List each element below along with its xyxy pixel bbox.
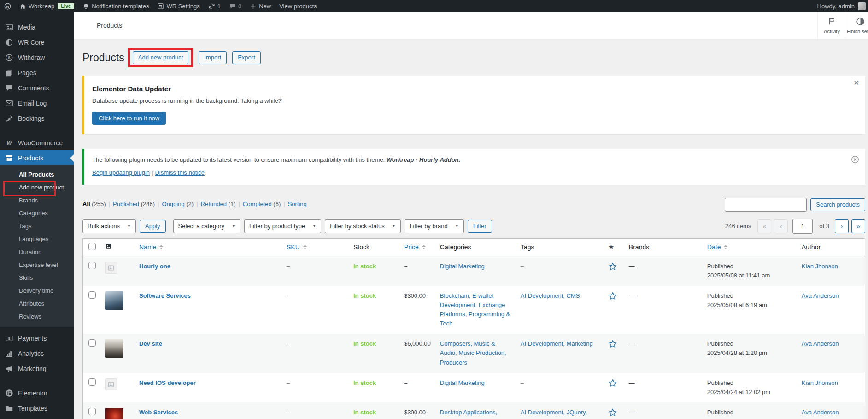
search-products-button[interactable]: Search products	[810, 198, 865, 211]
current-page-input[interactable]	[792, 219, 813, 234]
row-checkbox[interactable]	[88, 339, 96, 347]
sidebar-subitem-add-new-product[interactable]: Add new product	[0, 181, 74, 194]
category-links[interactable]: Digital Marketing	[440, 263, 485, 270]
sidebar-subitem-all-products[interactable]: All Products	[0, 168, 74, 181]
next-page-button[interactable]: ›	[835, 219, 849, 233]
activity-tab[interactable]: Activity	[817, 12, 846, 39]
updates-menu[interactable]: 1	[204, 0, 225, 12]
product-name-link[interactable]: Need IOS developer	[139, 379, 196, 386]
sidebar-subitem-skills[interactable]: Skills	[0, 271, 74, 284]
featured-star-icon[interactable]	[608, 266, 617, 272]
sort-by-name[interactable]: Name	[139, 243, 163, 251]
row-checkbox[interactable]	[88, 378, 96, 386]
row-checkbox[interactable]	[88, 262, 96, 269]
add-new-product-button[interactable]: Add new product	[133, 51, 189, 64]
sidebar-subitem-reviews[interactable]: Reviews	[0, 310, 74, 323]
sidebar-item-partial[interactable]	[0, 12, 74, 19]
brand-filter-select[interactable]: Filter by brand▼	[405, 219, 464, 233]
product-thumbnail-placeholder[interactable]	[105, 378, 117, 390]
product-thumbnail-placeholder[interactable]	[105, 262, 117, 274]
featured-star-icon[interactable]	[608, 382, 617, 389]
category-links[interactable]: Composers, Music & Audio, Music Producti…	[440, 340, 506, 366]
sort-by-sku[interactable]: SKU	[287, 243, 307, 251]
sidebar-item-analytics[interactable]: Analytics	[0, 346, 74, 361]
tag-links[interactable]: AI Development, CMS	[521, 292, 580, 299]
view-products-menu[interactable]: View products	[275, 0, 321, 12]
tag-links[interactable]: AI Development, Marketing	[521, 340, 593, 347]
view-ongoing[interactable]: Ongoing (2)	[162, 201, 194, 207]
comments-menu[interactable]: 0	[225, 0, 246, 12]
view-all[interactable]: All (255)	[82, 201, 106, 207]
wordpress-logo-icon[interactable]: W	[0, 0, 15, 12]
product-name-link[interactable]: Dev site	[139, 340, 162, 347]
sidebar-subitem-tags[interactable]: Tags	[0, 220, 74, 233]
featured-star-icon[interactable]	[608, 295, 617, 302]
sidebar-item-payments[interactable]: $Payments	[0, 330, 74, 346]
sidebar-subitem-duration[interactable]: Duration	[0, 246, 74, 259]
author-link[interactable]: Kian Jhonson	[802, 379, 838, 386]
last-page-button[interactable]: »	[851, 219, 865, 233]
select-all-checkbox[interactable]	[88, 243, 96, 250]
begin-updating-plugin-link[interactable]: Begin updating plugin	[92, 169, 150, 176]
author-link[interactable]: Ava Anderson	[802, 409, 839, 416]
row-checkbox[interactable]	[88, 408, 96, 415]
dismiss-notice-link[interactable]: Dismiss this notice	[155, 169, 205, 176]
sort-by-price[interactable]: Price	[404, 243, 426, 251]
sidebar-item-woocommerce[interactable]: WWooCommerce	[0, 135, 74, 150]
product-thumbnail[interactable]	[105, 291, 123, 310]
sidebar-item-email-log[interactable]: Email Log	[0, 95, 74, 111]
view-published[interactable]: Published (246)	[113, 201, 155, 207]
sidebar-item-marketing[interactable]: Marketing	[0, 361, 74, 376]
product-name-link[interactable]: Hourly one	[139, 263, 170, 270]
product-type-filter-select[interactable]: Filter by product type▼	[244, 219, 321, 233]
import-button[interactable]: Import	[199, 51, 227, 64]
view-completed[interactable]: Completed (6)	[243, 201, 281, 207]
product-thumbnail[interactable]	[105, 339, 123, 358]
howdy-menu[interactable]: Howdy, admin	[817, 3, 855, 10]
avatar[interactable]	[858, 2, 866, 10]
author-link[interactable]: Kian Jhonson	[802, 263, 838, 270]
product-thumbnail[interactable]	[105, 408, 123, 419]
view-sorting[interactable]: Sorting	[288, 201, 307, 207]
search-input[interactable]	[725, 198, 807, 212]
author-link[interactable]: Ava Anderson	[802, 292, 839, 299]
sidebar-item-comments[interactable]: Comments	[0, 80, 74, 95]
new-menu[interactable]: New	[246, 0, 275, 12]
sidebar-item-templates[interactable]: Templates	[0, 401, 74, 416]
product-name-link[interactable]: Web Services	[139, 409, 178, 416]
sidebar-subitem-expertise-level[interactable]: Expertise level	[0, 259, 74, 271]
run-updater-button[interactable]: Click here to run it now	[92, 112, 166, 125]
sidebar-subitem-languages[interactable]: Languages	[0, 233, 74, 246]
category-links[interactable]: Digital Marketing	[440, 379, 485, 386]
sidebar-item-media[interactable]: Media	[0, 19, 74, 35]
apply-button[interactable]: Apply	[140, 220, 166, 233]
finish-setup-tab[interactable]: Finish setup	[846, 12, 868, 39]
category-links[interactable]: Desktop Applications, Programming & Tech…	[440, 409, 502, 419]
export-button[interactable]: Export	[232, 51, 261, 64]
filter-button[interactable]: Filter	[468, 220, 492, 233]
sidebar-subitem-delivery-time[interactable]: Delivery time	[0, 284, 74, 297]
featured-star-icon[interactable]	[608, 412, 617, 419]
row-checkbox[interactable]	[88, 291, 96, 299]
first-page-button[interactable]: «	[757, 219, 771, 233]
sidebar-item-pages[interactable]: Pages	[0, 65, 74, 80]
notification-templates-menu[interactable]: Notification templates	[78, 0, 153, 12]
sidebar-item-products[interactable]: Products	[0, 150, 74, 165]
sidebar-subitem-attributes[interactable]: Attributes	[0, 297, 74, 310]
prev-page-button[interactable]: ‹	[774, 219, 788, 233]
author-link[interactable]: Ava Anderson	[802, 340, 839, 347]
category-links[interactable]: Blockchain, E-wallet Development, Exchan…	[440, 292, 510, 327]
wr-settings-menu[interactable]: WR Settings	[153, 0, 204, 12]
stock-status-filter-select[interactable]: Filter by stock status▼	[325, 219, 400, 233]
featured-star-icon[interactable]	[608, 343, 617, 350]
sidebar-item-bookings[interactable]: Bookings	[0, 111, 74, 126]
sidebar-item-withdraw[interactable]: $Withdraw	[0, 50, 74, 65]
sidebar-subitem-categories[interactable]: Categories	[0, 207, 74, 220]
dismiss-circle-icon[interactable]	[851, 155, 859, 165]
bulk-actions-select[interactable]: Bulk actions▼	[82, 219, 136, 233]
sidebar-item-wr-core[interactable]: WR Core	[0, 35, 74, 50]
product-name-link[interactable]: Software Services	[139, 292, 191, 299]
sidebar-item-elementor[interactable]: Elementor	[0, 385, 74, 401]
sidebar-subitem-brands[interactable]: Brands	[0, 194, 74, 207]
site-name-menu[interactable]: Workreap Live	[15, 0, 78, 12]
